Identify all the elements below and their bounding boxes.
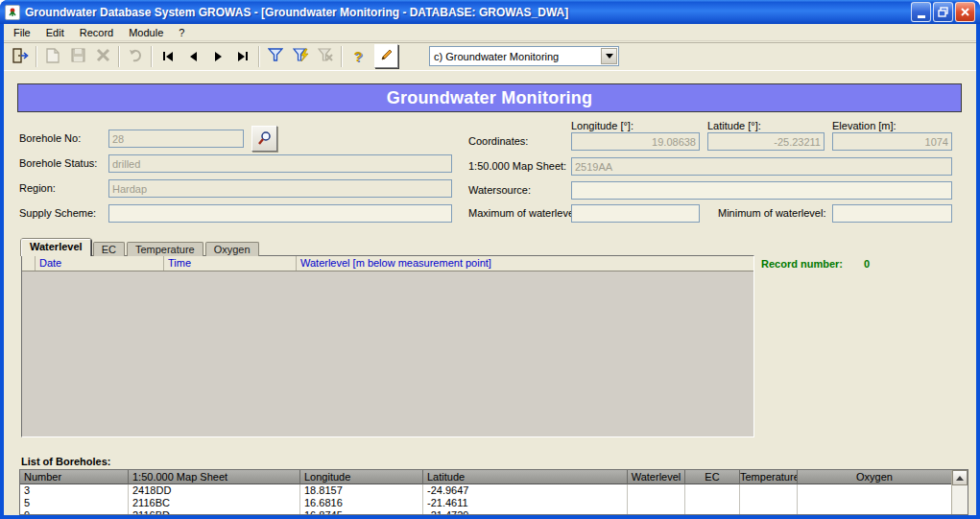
cell-latitude: -21.4611 — [423, 497, 628, 509]
undo-icon — [128, 49, 143, 64]
borehole-status-label: Borehole Status: — [19, 157, 97, 169]
borehole-status-field[interactable] — [108, 154, 452, 173]
tab-waterlevel[interactable]: Waterlevel — [21, 239, 91, 256]
column-header-latitude[interactable]: Latitude — [423, 470, 628, 484]
supply-scheme-field[interactable] — [108, 204, 452, 223]
supply-scheme-label: Supply Scheme: — [19, 207, 96, 219]
column-header-number[interactable]: Number — [20, 470, 129, 484]
column-header-date[interactable]: Date — [36, 256, 164, 271]
restore-button[interactable] — [933, 2, 953, 22]
chevron-down-icon — [606, 54, 613, 59]
close-button[interactable] — [955, 2, 975, 22]
toolbar: ? c) Groundwater Monitoring — [4, 42, 976, 71]
scroll-up-button[interactable] — [952, 470, 968, 485]
edit-pencil-icon — [379, 48, 394, 64]
column-header-longitude[interactable]: Longitude — [300, 470, 423, 484]
filter-button[interactable] — [263, 44, 288, 68]
longitude-field[interactable] — [571, 132, 700, 151]
next-record-icon — [215, 52, 222, 61]
new-record-button[interactable] — [40, 44, 65, 68]
column-header-map-sheet[interactable]: 1:50.000 Map Sheet — [129, 470, 300, 484]
search-magnifier-icon — [257, 130, 273, 148]
menu-record[interactable]: Record — [72, 25, 121, 40]
first-record-icon — [163, 52, 173, 61]
form-selector-combobox[interactable]: c) Groundwater Monitoring — [429, 46, 619, 66]
watersource-field[interactable] — [571, 181, 952, 200]
form-header-banner: Groundwater Monitoring — [17, 83, 962, 112]
menu-help[interactable]: ? — [171, 25, 192, 40]
remove-filter-icon — [318, 48, 333, 64]
remove-filter-button[interactable] — [313, 44, 338, 68]
menu-file[interactable]: File — [6, 25, 38, 40]
boreholes-grid-header: Number 1:50.000 Map Sheet Longitude Lati… — [20, 470, 951, 484]
row-selector-header[interactable] — [22, 256, 36, 271]
cell-oxygen — [798, 497, 951, 509]
record-number-value: 0 — [864, 258, 870, 270]
max-waterlevel-field[interactable] — [571, 204, 700, 223]
form-selector-value: c) Groundwater Monitoring — [430, 51, 601, 62]
borehole-row[interactable]: 3 2418DD 18.8157 -24.9647 — [20, 484, 951, 497]
cell-waterlevel — [628, 497, 685, 509]
delete-button[interactable] — [90, 44, 115, 68]
column-header-temperature[interactable]: Temperature — [740, 470, 798, 484]
toolbar-separator — [151, 46, 153, 67]
edit-form-button[interactable] — [374, 44, 398, 68]
menu-module[interactable]: Module — [121, 25, 171, 40]
minimize-button[interactable] — [911, 2, 931, 22]
region-field[interactable] — [108, 179, 452, 198]
column-header-oxygen[interactable]: Oxygen — [798, 470, 951, 484]
combobox-dropdown-button[interactable] — [601, 48, 617, 64]
map-sheet-label: 1:50.000 Map Sheet: — [468, 160, 566, 172]
menu-edit[interactable]: Edit — [38, 25, 72, 40]
titlebar: Groundwater Database System GROWAS - [Gr… — [0, 0, 980, 24]
min-waterlevel-label: Minimum of waterlevel: — [718, 207, 825, 219]
cell-ec — [685, 497, 740, 509]
help-icon: ? — [353, 48, 362, 64]
latitude-field[interactable] — [707, 132, 825, 151]
region-label: Region: — [19, 182, 56, 194]
column-header-waterlevel[interactable]: Waterlevel — [628, 470, 685, 484]
borehole-row[interactable]: 5 2116BC 16.6816 -21.4611 — [20, 497, 951, 509]
last-record-button[interactable] — [230, 44, 255, 68]
borehole-no-label: Borehole No: — [19, 132, 81, 144]
menubar: File Edit Record Module ? — [4, 24, 976, 41]
column-header-ec[interactable]: EC — [685, 470, 740, 484]
window-border-right — [976, 24, 980, 519]
cell-longitude: 16.6816 — [300, 497, 423, 509]
min-waterlevel-field[interactable] — [832, 204, 952, 223]
save-icon — [71, 48, 85, 64]
tab-ec[interactable]: EC — [93, 242, 125, 256]
longitude-label: Longitude [°]: — [571, 120, 633, 131]
column-header-waterlevel[interactable]: Waterlevel [m below measurement point] — [297, 256, 753, 271]
cell-number: 5 — [20, 497, 129, 509]
first-record-button[interactable] — [155, 44, 180, 68]
filter-by-selection-button[interactable] — [288, 44, 313, 68]
app-logo-icon[interactable] — [5, 5, 20, 20]
app-window: Groundwater Database System GROWAS - [Gr… — [0, 0, 980, 519]
tab-temperature[interactable]: Temperature — [127, 242, 203, 256]
cell-map-sheet: 2116BC — [129, 497, 300, 509]
map-sheet-field[interactable] — [571, 157, 952, 176]
elevation-field[interactable] — [832, 132, 952, 151]
help-button[interactable]: ? — [346, 44, 370, 68]
new-record-icon — [46, 48, 60, 65]
previous-record-button[interactable] — [180, 44, 205, 68]
save-button[interactable] — [65, 44, 90, 68]
borehole-no-field[interactable] — [108, 130, 244, 148]
watersource-label: Watersource: — [468, 184, 531, 196]
chevron-up-icon — [956, 476, 964, 481]
next-record-button[interactable] — [205, 44, 230, 68]
borehole-search-button[interactable] — [251, 126, 277, 152]
cell-temperature — [740, 484, 798, 497]
vertical-scrollbar[interactable] — [951, 470, 968, 514]
undo-button[interactable] — [123, 44, 148, 68]
coordinates-label: Coordinates: — [468, 135, 528, 147]
window-border-left — [0, 24, 4, 519]
measurements-grid: Date Time Waterlevel [m below measuremen… — [21, 255, 754, 437]
toolbar-separator — [118, 46, 120, 67]
column-header-time[interactable]: Time — [164, 256, 297, 271]
cell-waterlevel — [628, 484, 685, 497]
tab-oxygen[interactable]: Oxygen — [205, 242, 259, 256]
exit-button[interactable] — [8, 44, 33, 68]
filter-by-selection-icon — [293, 48, 309, 64]
